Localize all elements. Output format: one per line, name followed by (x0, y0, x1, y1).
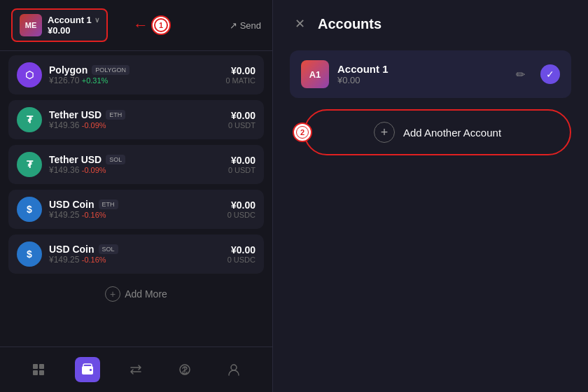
swap-icon (129, 363, 143, 377)
polygon-icon: ⬡ (17, 62, 42, 88)
step2-circle: 2 (293, 122, 312, 142)
tether-eth-icon: ₮ (17, 107, 42, 132)
account-card-name: Account 1 (337, 63, 507, 75)
panel-header: ✕ Accounts (290, 14, 571, 34)
edit-icon[interactable]: ✏ (516, 68, 525, 81)
token-item-tether-sol[interactable]: ₮ Tether USD SOL ¥149.36 -0.09% ¥0.00 0 … (8, 145, 264, 184)
add-more-label: Add More (125, 288, 167, 300)
add-account-label: Add Another Account (403, 127, 501, 139)
account-avatar: ME (20, 14, 42, 36)
account-card-balance: ¥0.00 (337, 75, 507, 85)
account-selected-indicator: ✓ (540, 64, 560, 84)
token-item-tether-eth[interactable]: ₮ Tether USD ETH ¥149.36 -0.09% ¥0.00 0 … (8, 100, 264, 139)
account-name-text: Account 1 (48, 15, 92, 25)
wallet-icon (80, 363, 94, 377)
nav-swap[interactable] (123, 357, 148, 382)
account-info: Account 1 ∨ ¥0.00 (48, 15, 99, 36)
svg-point-7 (231, 365, 237, 370)
left-panel: ME Account 1 ∨ ¥0.00 ← 1 ↗ Send (0, 0, 273, 392)
earn-icon (178, 363, 192, 377)
svg-rect-1 (39, 364, 44, 369)
avatar-text: ME (25, 21, 37, 29)
svg-rect-3 (39, 370, 44, 375)
svg-rect-2 (33, 370, 38, 375)
add-more-circle-icon: + (105, 286, 120, 302)
usdc-eth-icon: $ (17, 197, 42, 222)
panel-title: Accounts (318, 16, 382, 32)
grid-icon (31, 363, 46, 377)
account-card[interactable]: A1 Account 1 ¥0.00 ✏ ✓ (290, 50, 571, 98)
left-arrow-icon: ← (133, 16, 148, 34)
step1-circle: 1 (151, 15, 171, 35)
nav-grid[interactable] (26, 357, 51, 382)
nav-wallet[interactable] (75, 357, 100, 382)
token-item-usdc-sol[interactable]: $ USD Coin SOL ¥149.25 -0.16% ¥0.00 0 US… (8, 234, 264, 274)
nav-profile[interactable] (221, 357, 246, 382)
right-panel: ✕ Accounts A1 Account 1 ¥0.00 ✏ ✓ 2 + Ad… (273, 0, 588, 392)
add-more-button[interactable]: + Add More (8, 279, 264, 309)
token-item-usdc-eth[interactable]: $ USD Coin ETH ¥149.25 -0.16% ¥0.00 0 US… (8, 190, 264, 229)
token-item-polygon[interactable]: ⬡ Polygon POLYGON ¥126.70 +0.31% ¥0.00 0… (8, 55, 264, 94)
chevron-down-icon: ∨ (94, 16, 99, 24)
usdc-sol-icon: $ (17, 241, 42, 267)
svg-rect-0 (33, 364, 38, 369)
account-details: Account 1 ¥0.00 (337, 63, 507, 85)
account-avatar-right: A1 (301, 60, 329, 88)
account-name: Account 1 ∨ (48, 15, 99, 25)
step1-indicator: ← 1 (133, 15, 171, 35)
header: ME Account 1 ∨ ¥0.00 ← 1 ↗ Send (0, 0, 272, 51)
add-account-plus-icon: + (374, 122, 395, 143)
send-button[interactable]: ↗ Send (230, 20, 261, 31)
profile-icon (227, 363, 241, 377)
token-list: ⬡ Polygon POLYGON ¥126.70 +0.31% ¥0.00 0… (0, 51, 272, 346)
account-balance: ¥0.00 (48, 25, 99, 36)
add-another-account-button[interactable]: 2 + Add Another Account (304, 109, 571, 155)
account-selector[interactable]: ME Account 1 ∨ ¥0.00 (11, 8, 108, 42)
close-button[interactable]: ✕ (290, 14, 309, 34)
bottom-navigation (0, 346, 272, 392)
tether-sol-icon: ₮ (17, 152, 42, 177)
nav-earn[interactable] (172, 357, 197, 382)
svg-rect-5 (90, 369, 92, 371)
